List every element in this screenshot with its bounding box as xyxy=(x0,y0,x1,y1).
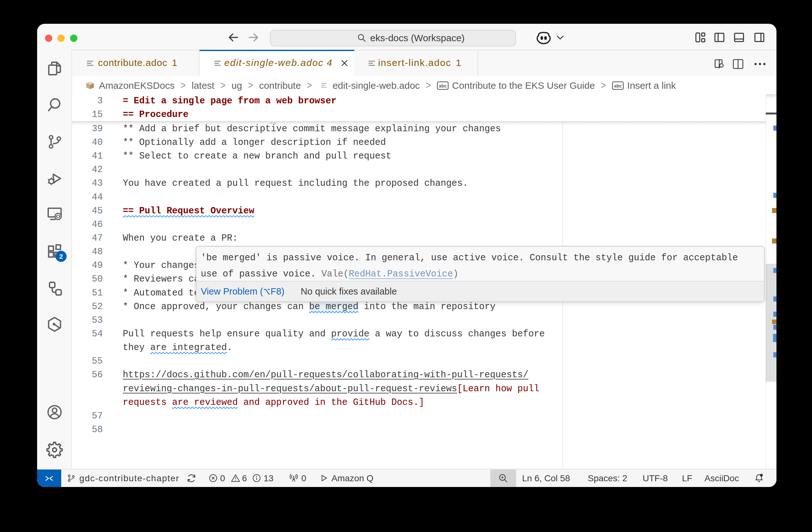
svg-text:abc: abc xyxy=(614,84,622,88)
svg-text:abc: abc xyxy=(439,84,447,88)
